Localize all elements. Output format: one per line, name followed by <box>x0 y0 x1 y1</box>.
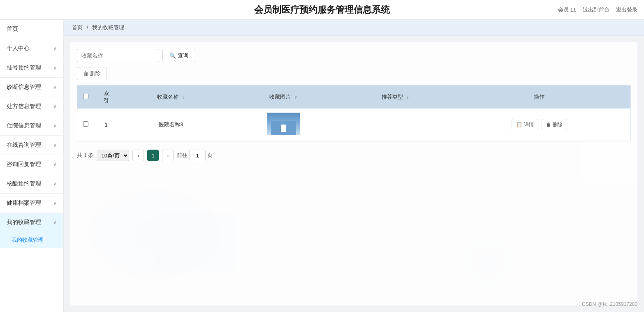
search-icon: 🔍 <box>169 53 176 59</box>
watermark-text: CSDN @秋_2105917280 <box>582 301 637 307</box>
table-header-actions: 操作 <box>448 86 630 109</box>
main-layout: 首页 个人中心 ∨ 挂号预约管理 ∨ 诊断信息管理 ∨ 处方信息管理 ∨ 住院信… <box>0 20 644 312</box>
sidebar-item-home[interactable]: 首页 <box>0 20 63 39</box>
chevron-down-icon: ∨ <box>53 84 57 90</box>
chevron-down-icon: ∨ <box>53 200 57 206</box>
row-checkbox[interactable] <box>83 121 88 127</box>
table-row: 1 医院名称3 📋 详情 🗑 删除 <box>77 109 630 141</box>
row-checkbox-cell <box>77 109 94 141</box>
sidebar-item-label: 在线咨询管理 <box>7 141 41 149</box>
content-box: 🔍 查询 🗑 删除 <box>70 42 637 305</box>
detail-label: 详情 <box>524 121 534 128</box>
data-table: 索引 收藏名称 ⇕ 收藏图片 ⇕ <box>77 86 630 141</box>
header: 会员制医疗预约服务管理信息系统 会员 11 退出到前台 退出登录 <box>0 0 644 20</box>
pagination-total: 共 1 条 <box>77 152 93 159</box>
watermark: CSDN @秋_2105917280 <box>582 301 637 308</box>
breadcrumb: 首页 / 我的收藏管理 <box>64 20 644 36</box>
chevron-down-icon: ∨ <box>53 104 57 109</box>
breadcrumb-separator: / <box>87 24 88 30</box>
prev-page-button[interactable]: ‹ <box>132 150 144 161</box>
row-index: 1 <box>94 109 118 141</box>
sidebar-item-personal[interactable]: 个人中心 ∨ <box>0 39 63 58</box>
chevron-down-icon: ∨ <box>53 65 57 71</box>
sidebar-item-consultation[interactable]: 在线咨询管理 ∨ <box>0 136 63 155</box>
table-header-index: 索引 <box>94 86 118 109</box>
chevron-down-icon: ∨ <box>53 46 57 51</box>
sidebar-subitem-label: 我的收藏管理 <box>12 237 44 243</box>
sidebar-item-label: 处方信息管理 <box>7 103 41 110</box>
sidebar-item-appointment[interactable]: 挂号预约管理 ∨ <box>0 58 63 78</box>
detail-icon: 📋 <box>516 122 522 127</box>
sidebar-item-label: 健康档案管理 <box>7 199 41 207</box>
sidebar-item-health[interactable]: 健康档案管理 ∨ <box>0 194 63 213</box>
sidebar-item-label: 诊断信息管理 <box>7 83 41 91</box>
chevron-down-icon: ∨ <box>53 123 57 129</box>
detail-button[interactable]: 📋 详情 <box>512 119 538 130</box>
exit-login-btn[interactable]: 退出登录 <box>616 6 637 14</box>
header-actions: 会员 11 退出到前台 退出登录 <box>558 6 637 14</box>
exit-frontend-btn[interactable]: 退出到前台 <box>583 6 609 14</box>
sidebar: 首页 个人中心 ∨ 挂号预约管理 ∨ 诊断信息管理 ∨ 处方信息管理 ∨ 住院信… <box>0 20 64 312</box>
search-button[interactable]: 🔍 查询 <box>162 49 195 62</box>
goto-input[interactable] <box>189 150 206 161</box>
sidebar-item-label: 咨询回复管理 <box>7 161 41 168</box>
table-header-name[interactable]: 收藏名称 ⇕ <box>118 86 224 109</box>
goto-prefix: 前往 <box>177 152 188 159</box>
breadcrumb-home[interactable]: 首页 <box>72 24 83 30</box>
sidebar-item-label: 我的收藏管理 <box>7 219 41 226</box>
user-info: 会员 11 <box>558 6 576 14</box>
chevron-down-icon: ∨ <box>53 220 57 225</box>
sidebar-item-nucleic[interactable]: 核酸预约管理 ∨ <box>0 174 63 194</box>
breadcrumb-current: 我的收藏管理 <box>92 24 124 30</box>
page-1-button[interactable]: 1 <box>147 150 159 161</box>
row-image-cell <box>224 109 343 141</box>
search-button-label: 查询 <box>178 52 188 59</box>
goto-suffix: 页 <box>207 152 213 159</box>
chevron-down-icon: ∨ <box>53 142 57 148</box>
row-type <box>343 109 448 141</box>
data-table-wrapper: 索引 收藏名称 ⇕ 收藏图片 ⇕ <box>77 85 631 141</box>
pagination: 共 1 条 10条/页 20条/页 50条/页 ‹ 1 › 前往 页 <box>77 146 631 164</box>
table-header-image[interactable]: 收藏图片 ⇕ <box>224 86 343 109</box>
sidebar-item-label: 核酸预约管理 <box>7 180 41 187</box>
row-name: 医院名称3 <box>118 109 224 141</box>
row-actions: 📋 详情 🗑 删除 <box>448 109 630 141</box>
sort-icon-type: ⇕ <box>406 95 409 99</box>
select-all-checkbox[interactable] <box>83 94 88 99</box>
hospital-image-inner <box>267 113 300 135</box>
sidebar-item-hospitalization[interactable]: 住院信息管理 ∨ <box>0 116 63 136</box>
content-area: 首页 / 我的收藏管理 🔍 查询 🗑 删除 <box>64 20 644 312</box>
table-header-checkbox <box>77 86 94 109</box>
search-input[interactable] <box>77 49 159 62</box>
app-title: 会员制医疗预约服务管理信息系统 <box>254 4 390 16</box>
delete-button-label: 删除 <box>90 70 101 77</box>
sidebar-item-prescription[interactable]: 处方信息管理 ∨ <box>0 97 63 116</box>
sidebar-item-label: 挂号预约管理 <box>7 64 41 72</box>
sidebar-item-diagnosis[interactable]: 诊断信息管理 ∨ <box>0 78 63 97</box>
sidebar-item-favorites[interactable]: 我的收藏管理 ∨ <box>0 213 63 232</box>
delete-bar: 🗑 删除 <box>77 67 631 80</box>
page-size-select[interactable]: 10条/页 20条/页 50条/页 <box>97 150 129 161</box>
next-page-button[interactable]: › <box>162 150 174 161</box>
main-area: 首页 / 我的收藏管理 🔍 查询 🗑 删除 <box>64 20 644 312</box>
table-header-type[interactable]: 推荐类型 ⇕ <box>343 86 448 109</box>
delete-label: 删除 <box>553 121 563 128</box>
sidebar-item-label: 住院信息管理 <box>7 122 41 129</box>
sidebar-item-reply[interactable]: 咨询回复管理 ∨ <box>0 155 63 174</box>
sort-icon-name: ⇕ <box>182 95 185 99</box>
batch-delete-button[interactable]: 🗑 删除 <box>77 67 107 80</box>
sidebar-item-label: 个人中心 <box>7 45 30 52</box>
row-delete-button[interactable]: 🗑 删除 <box>542 119 567 130</box>
hospital-image <box>267 113 300 135</box>
chevron-down-icon: ∨ <box>53 162 57 167</box>
action-buttons: 📋 详情 🗑 删除 <box>453 119 625 130</box>
search-bar: 🔍 查询 <box>77 49 631 62</box>
delete-icon: 🗑 <box>83 71 88 77</box>
sort-icon-image: ⇕ <box>294 95 297 99</box>
sidebar-item-label: 首页 <box>7 25 18 33</box>
delete-icon: 🗑 <box>546 122 551 127</box>
sidebar-subitem-favorites-manage[interactable]: 我的收藏管理 <box>0 232 63 248</box>
chevron-down-icon: ∨ <box>53 181 57 187</box>
page-goto: 前往 页 <box>177 150 213 161</box>
